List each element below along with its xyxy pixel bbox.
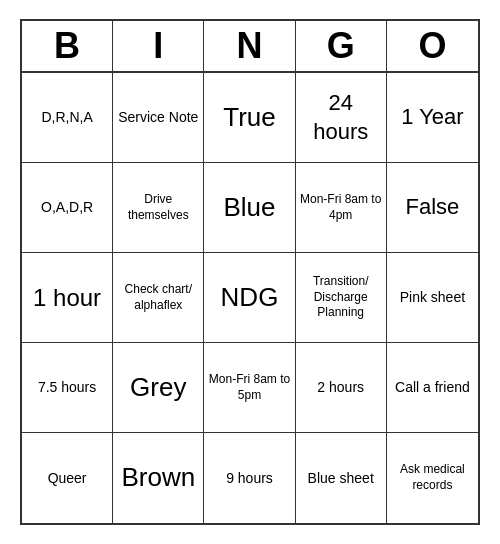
cell-4-3: Blue sheet	[296, 433, 387, 523]
cell-1-4: False	[387, 163, 478, 253]
header-letter: B	[22, 21, 113, 71]
cell-2-3: Transition/ Discharge Planning	[296, 253, 387, 343]
cell-4-1: Brown	[113, 433, 204, 523]
cell-3-3: 2 hours	[296, 343, 387, 433]
cell-3-2: Mon-Fri 8am to 5pm	[204, 343, 295, 433]
cell-3-1: Grey	[113, 343, 204, 433]
header-letter: O	[387, 21, 478, 71]
bingo-grid: D,R,N,AService NoteTrue24 hours1 YearO,A…	[22, 73, 478, 523]
cell-3-0: 7.5 hours	[22, 343, 113, 433]
cell-1-3: Mon-Fri 8am to 4pm	[296, 163, 387, 253]
cell-4-4: Ask medical records	[387, 433, 478, 523]
header-letter: I	[113, 21, 204, 71]
cell-2-2: NDG	[204, 253, 295, 343]
cell-2-0: 1 hour	[22, 253, 113, 343]
cell-1-0: O,A,D,R	[22, 163, 113, 253]
cell-0-1: Service Note	[113, 73, 204, 163]
cell-0-3: 24 hours	[296, 73, 387, 163]
cell-0-4: 1 Year	[387, 73, 478, 163]
cell-4-2: 9 hours	[204, 433, 295, 523]
bingo-header: BINGO	[22, 21, 478, 73]
bingo-card: BINGO D,R,N,AService NoteTrue24 hours1 Y…	[20, 19, 480, 525]
cell-3-4: Call a friend	[387, 343, 478, 433]
cell-1-2: Blue	[204, 163, 295, 253]
cell-2-1: Check chart/ alphaflex	[113, 253, 204, 343]
header-letter: G	[296, 21, 387, 71]
cell-0-2: True	[204, 73, 295, 163]
header-letter: N	[204, 21, 295, 71]
cell-0-0: D,R,N,A	[22, 73, 113, 163]
cell-4-0: Queer	[22, 433, 113, 523]
cell-1-1: Drive themselves	[113, 163, 204, 253]
cell-2-4: Pink sheet	[387, 253, 478, 343]
